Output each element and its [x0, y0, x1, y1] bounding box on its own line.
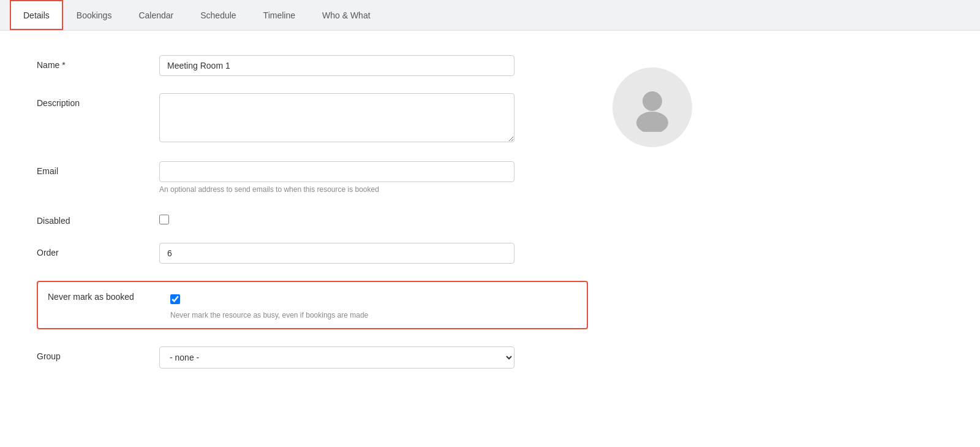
disabled-field	[159, 211, 514, 224]
avatar-section	[612, 55, 692, 422]
order-row: Order	[37, 243, 588, 264]
disabled-checkbox[interactable]	[159, 215, 169, 224]
tab-calendar[interactable]: Calendar	[125, 0, 187, 30]
svg-point-0	[643, 91, 662, 111]
email-label: Email	[37, 161, 159, 176]
tab-details[interactable]: Details	[10, 0, 63, 30]
disabled-checkbox-wrapper	[159, 211, 514, 224]
description-label: Description	[37, 93, 159, 108]
tab-who-what[interactable]: Who & What	[309, 0, 384, 30]
never-mark-row: Never mark as booked Never mark the reso…	[37, 281, 588, 329]
name-input[interactable]	[159, 55, 514, 76]
tab-timeline[interactable]: Timeline	[250, 0, 309, 30]
disabled-label: Disabled	[37, 211, 159, 226]
tab-schedule[interactable]: Schedule	[187, 0, 249, 30]
never-mark-checkbox[interactable]	[170, 294, 180, 304]
tab-bar: Details Bookings Calendar Schedule Timel…	[0, 0, 980, 31]
email-hint: An optional address to send emails to wh…	[159, 185, 514, 194]
description-row: Description	[37, 93, 588, 144]
never-mark-label: Never mark as booked	[48, 291, 170, 302]
group-select[interactable]: - none -	[159, 346, 514, 369]
form-section: Name * Description Email An optional add…	[37, 55, 588, 422]
never-mark-hint: Never mark the resource as busy, even if…	[170, 311, 526, 319]
disabled-row: Disabled	[37, 211, 588, 226]
never-mark-field: Never mark the resource as busy, even if…	[170, 291, 526, 319]
email-input[interactable]	[159, 161, 514, 182]
name-field	[159, 55, 514, 76]
group-field: - none -	[159, 346, 514, 369]
never-mark-checkbox-wrapper	[170, 291, 526, 304]
order-label: Order	[37, 243, 159, 258]
name-label: Name *	[37, 55, 159, 70]
order-input[interactable]	[159, 243, 514, 264]
group-row: Group - none -	[37, 346, 588, 369]
avatar	[612, 67, 692, 147]
person-icon	[628, 83, 677, 132]
tab-bookings[interactable]: Bookings	[63, 0, 126, 30]
email-row: Email An optional address to send emails…	[37, 161, 588, 194]
group-label: Group	[37, 346, 159, 361]
main-content: Name * Description Email An optional add…	[0, 31, 980, 447]
description-field	[159, 93, 514, 144]
name-row: Name *	[37, 55, 588, 76]
order-field	[159, 243, 514, 264]
svg-point-1	[636, 112, 668, 132]
description-input[interactable]	[159, 93, 514, 142]
email-field-wrapper: An optional address to send emails to wh…	[159, 161, 514, 194]
